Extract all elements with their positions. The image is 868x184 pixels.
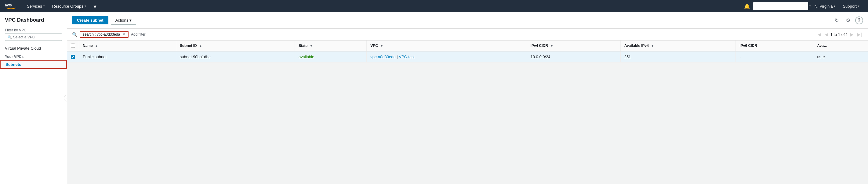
th-available-ipv4: Available IPv4 ▼ [620,40,736,51]
sidebar-vpc-filter-input[interactable]: 🔍 Select a VPC [5,34,62,41]
svg-text:aws: aws [5,3,12,7]
table-body: Public subnet subnet-90ba1dbe available … [67,51,868,63]
nav-resource-groups[interactable]: Resource Groups ▾ [49,0,90,12]
cell-avail-zone: us-e [813,51,868,63]
add-filter-button[interactable]: Add filter [131,32,145,37]
th-vpc: VPC ▼ [367,40,527,51]
row-checkbox[interactable] [71,55,75,59]
subnets-table: Name ▲ Subnet ID ▲ State ▼ VPC [67,40,868,63]
search-icon: 🔍 [8,35,12,39]
settings-button[interactable]: ⚙ [844,16,853,24]
vpc-sort-icon[interactable]: ▼ [380,44,383,47]
th-state: State ▼ [294,40,366,51]
pagination-prev-button[interactable]: ◀ [824,31,829,37]
create-subnet-button[interactable]: Create subnet [72,16,108,24]
nav-services[interactable]: Services ▾ [23,0,49,12]
refresh-button[interactable]: ↻ [832,16,841,24]
nav-region[interactable]: N. Virginia ▾ [811,0,839,12]
filter-bar: 🔍 search : vpc-a0d33eda ✕ Add filter |◀ … [67,29,868,40]
th-checkbox [67,40,79,51]
help-icon: ? [858,18,861,23]
cell-vpc: vpc-a0d33eda | VPC-test [367,51,527,63]
actions-chevron-icon: ▾ [129,18,132,23]
nav-favorites-icon[interactable]: ★ [90,3,100,9]
pagination-first-button[interactable]: |◀ [815,31,822,37]
cell-ipv4-cidr: 10.0.0.0/24 [527,51,620,63]
nav-bell-icon[interactable]: 🔔 [741,3,753,9]
sidebar-filter-label: Filter by VPC: [0,27,67,34]
th-avail-zone: Ava… [813,40,868,51]
sidebar-section-your-vpcs: Your VPCs [0,52,67,60]
nav-resource-groups-label: Resource Groups [52,4,83,8]
nav-search-input[interactable] [753,2,808,10]
subnets-table-wrap: Name ▲ Subnet ID ▲ State ▼ VPC [67,40,868,63]
sidebar-item-subnets[interactable]: Subnets [0,60,67,69]
sidebar-item-virtual-private-cloud[interactable]: Virtual Private Cloud [0,44,67,52]
nav-services-chevron-icon: ▾ [43,5,45,8]
pagination-last-button[interactable]: ▶| [856,31,863,37]
settings-icon: ⚙ [846,18,850,23]
nav-support-label: Support [843,4,857,8]
page-layout: VPC Dashboard Filter by VPC: 🔍 Select a … [0,12,868,184]
top-navigation: aws Services ▾ Resource Groups ▾ ★ 🔔 ▾ N… [0,0,868,12]
main-content: Create subnet Actions ▾ ↻ ⚙ ? 🔍 search :… [67,12,868,184]
vpc-name-link[interactable]: VPC-test [399,54,414,59]
sidebar-subnets-label: Subnets [5,62,21,67]
th-ipv4-cidr: IPv4 CIDR ▼ [527,40,620,51]
th-subnet-id: Subnet ID ▲ [176,40,294,51]
cell-name: Public subnet [79,51,176,63]
refresh-icon: ↻ [835,18,839,23]
cell-state: available [294,51,366,63]
filter-search-icon: 🔍 [72,32,77,37]
pagination: |◀ ◀ 1 to 1 of 1 ▶ ▶| [815,31,863,37]
th-ipv6-cidr: IPv6 CIDR [736,40,813,51]
actions-button[interactable]: Actions ▾ [111,16,136,25]
ipv4-cidr-sort-icon[interactable]: ▼ [550,44,553,47]
sidebar-vpc-filter-wrap: 🔍 Select a VPC [0,34,67,44]
cell-subnet-id: subnet-90ba1dbe [176,51,294,63]
table-header: Name ▲ Subnet ID ▲ State ▼ VPC [67,40,868,51]
table-row[interactable]: Public subnet subnet-90ba1dbe available … [67,51,868,63]
status-badge: available [299,54,314,59]
vpc-id-link[interactable]: vpc-a0d33eda [370,54,395,59]
filter-tag-close-icon[interactable]: ✕ [122,32,125,37]
nav-support-chevron-icon: ▾ [858,5,860,8]
select-all-checkbox[interactable] [71,44,75,48]
actions-label: Actions [116,18,128,23]
pagination-text: 1 to 1 of 1 [831,32,848,37]
sidebar-collapse-handle[interactable]: ‹ [64,95,67,102]
available-ipv4-sort-icon[interactable]: ▼ [651,44,654,47]
nav-search-area: ▾ [753,2,811,10]
sidebar-item-label: Virtual Private Cloud [5,46,41,50]
cell-available-ipv4: 251 [620,51,736,63]
th-name: Name ▲ [79,40,176,51]
nav-region-chevron-icon: ▾ [834,5,835,8]
nav-support[interactable]: Support ▾ [839,0,863,12]
cell-ipv6-cidr: - [736,51,813,63]
nav-region-label: N. Virginia [814,4,833,8]
sidebar-vpc-filter-placeholder: Select a VPC [13,35,35,39]
subnet-id-sort-icon[interactable]: ▲ [199,44,202,47]
nav-services-label: Services [27,4,42,8]
sidebar-title: VPC Dashboard [0,17,67,27]
help-button[interactable]: ? [855,16,863,24]
sidebar: VPC Dashboard Filter by VPC: 🔍 Select a … [0,12,67,184]
nav-resource-groups-chevron-icon: ▾ [85,5,86,8]
aws-logo[interactable]: aws [5,2,17,10]
pagination-next-button[interactable]: ▶ [849,31,855,37]
filter-tag-text: search : vpc-a0d33eda [83,32,120,37]
state-sort-icon[interactable]: ▼ [310,44,313,47]
active-filter-tag[interactable]: search : vpc-a0d33eda ✕ [80,31,128,38]
cell-checkbox [67,51,79,63]
name-sort-icon[interactable]: ▲ [95,44,98,47]
toolbar: Create subnet Actions ▾ ↻ ⚙ ? [67,12,868,29]
